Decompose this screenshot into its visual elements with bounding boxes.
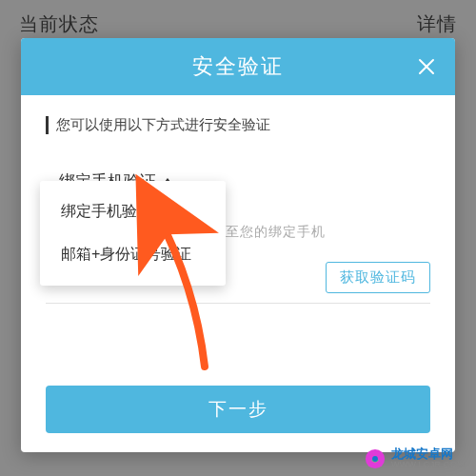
watermark-logo-icon [365, 448, 386, 469]
sent-to-phone-text: 至您的绑定手机 [226, 224, 326, 241]
close-icon[interactable] [415, 55, 438, 78]
watermark: 龙城安卓网 WWW.LCJR.COM [365, 447, 465, 470]
dropdown-option-email-id[interactable]: 邮箱+身份证号验证 [40, 233, 226, 276]
svg-point-1 [372, 456, 378, 462]
watermark-text: 龙城安卓网 WWW.LCJR.COM [391, 447, 465, 470]
hint-text: 您可以使用以下方式进行安全验证 [46, 116, 430, 134]
bg-detail-label: 详情 [417, 11, 457, 37]
get-code-button[interactable]: 获取验证码 [326, 262, 430, 293]
watermark-en: WWW.LCJR.COM [391, 461, 465, 470]
security-verification-modal: 安全验证 您可以使用以下方式进行安全验证 绑定手机验证 绑定手机验证 邮箱+身份… [21, 38, 455, 452]
modal-title: 安全验证 [192, 52, 284, 81]
modal-body: 您可以使用以下方式进行安全验证 绑定手机验证 绑定手机验证 邮箱+身份证号验证 … [21, 95, 455, 452]
bg-status-label: 当前状态 [19, 11, 99, 37]
modal-header: 安全验证 [21, 38, 455, 95]
watermark-cn: 龙城安卓网 [391, 447, 465, 461]
dropdown-menu: 绑定手机验证 邮箱+身份证号验证 [40, 181, 226, 286]
dropdown-option-phone[interactable]: 绑定手机验证 [40, 190, 226, 233]
next-step-button[interactable]: 下一步 [46, 386, 430, 433]
